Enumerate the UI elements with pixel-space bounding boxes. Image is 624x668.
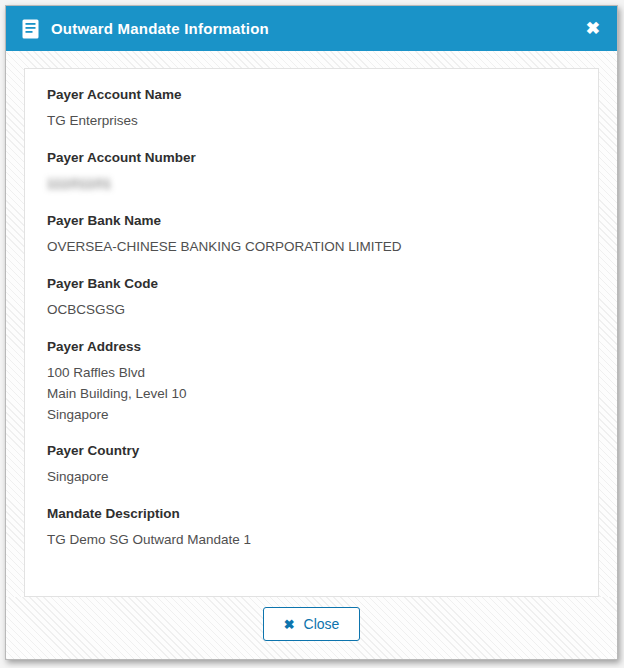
field-value-line3: Singapore xyxy=(47,405,576,426)
field-mandate-description: Mandate Description TG Demo SG Outward M… xyxy=(47,506,576,551)
field-value: OVERSEA-CHINESE BANKING CORPORATION LIMI… xyxy=(47,237,576,258)
field-label: Payer Account Name xyxy=(47,87,576,102)
field-payer-bank-name: Payer Bank Name OVERSEA-CHINESE BANKING … xyxy=(47,213,576,258)
field-payer-country: Payer Country Singapore xyxy=(47,443,576,488)
field-payer-address: Payer Address 100 Raffles Blvd Main Buil… xyxy=(47,339,576,426)
field-label: Payer Country xyxy=(47,443,576,458)
close-icon[interactable]: ✖ xyxy=(585,18,601,39)
field-label: Payer Address xyxy=(47,339,576,354)
dialog-body: Payer Account Name TG Enterprises Payer … xyxy=(6,51,617,597)
dialog-footer: ✖ Close xyxy=(6,597,617,659)
field-payer-account-name: Payer Account Name TG Enterprises xyxy=(47,87,576,132)
field-payer-account-number: Payer Account Number 11101101 xyxy=(47,150,576,195)
field-label: Payer Bank Code xyxy=(47,276,576,291)
outward-mandate-dialog: Outward Mandate Information ✖ Payer Acco… xyxy=(5,5,618,660)
document-icon xyxy=(22,19,39,39)
field-value-line1: 100 Raffles Blvd xyxy=(47,363,576,384)
close-button-x-icon: ✖ xyxy=(284,618,295,631)
field-value: OCBCSGSG xyxy=(47,300,576,321)
close-button[interactable]: ✖ Close xyxy=(263,607,361,641)
field-value-line2: Main Building, Level 10 xyxy=(47,384,576,405)
field-label: Payer Account Number xyxy=(47,150,576,165)
dialog-title: Outward Mandate Information xyxy=(51,20,585,37)
redacted-account-number: 11101101 xyxy=(47,174,112,195)
field-value: Singapore xyxy=(47,467,576,488)
close-button-label: Close xyxy=(304,616,340,632)
field-payer-bank-code: Payer Bank Code OCBCSGSG xyxy=(47,276,576,321)
field-label: Payer Bank Name xyxy=(47,213,576,228)
field-label: Mandate Description xyxy=(47,506,576,521)
field-value: TG Demo SG Outward Mandate 1 xyxy=(47,530,576,551)
mandate-details-panel: Payer Account Name TG Enterprises Payer … xyxy=(24,68,599,597)
dialog-header: Outward Mandate Information ✖ xyxy=(6,6,617,51)
page-background: Outward Mandate Information ✖ Payer Acco… xyxy=(0,0,624,668)
field-value: TG Enterprises xyxy=(47,111,576,132)
